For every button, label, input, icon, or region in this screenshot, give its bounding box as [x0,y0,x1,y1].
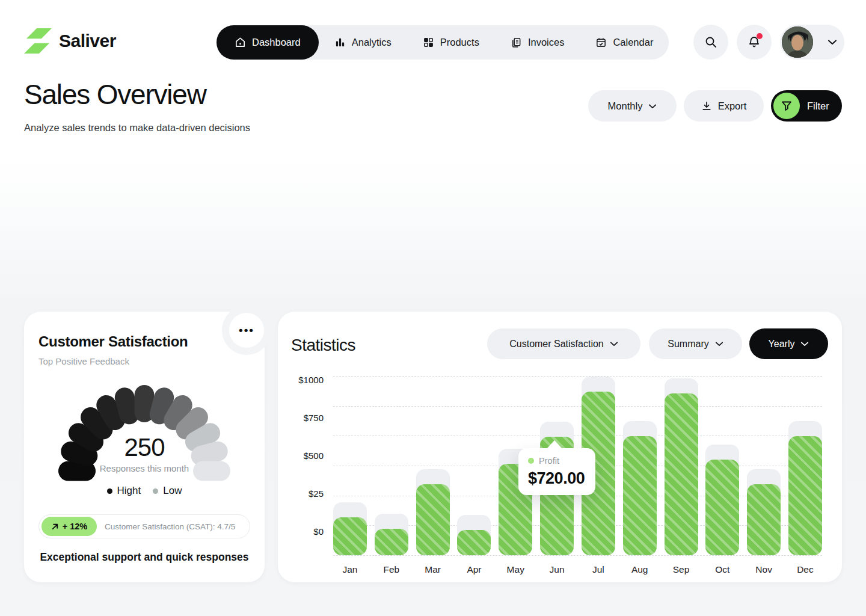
bar-jan[interactable] [333,502,367,555]
brand-name: Saliver [59,31,116,51]
nav-item-invoices[interactable]: Invoices [495,25,580,60]
bar-fill [705,460,739,555]
ellipsis-icon: ••• [239,324,254,337]
invoice-icon [511,37,522,48]
notifications-button[interactable] [737,25,772,60]
bar-chart-plot: Profit$720.00 [333,376,822,555]
bar-fill [333,517,367,555]
user-menu[interactable] [780,25,844,60]
main-nav: Dashboard Analytics Products Invoices [216,25,669,60]
bar-oct[interactable] [705,445,739,555]
grid-icon [423,37,434,48]
nav-item-analytics[interactable]: Analytics [319,25,407,60]
x-tick-label: Jul [582,564,615,575]
chevron-down-icon [715,341,723,346]
bar-fill [375,529,408,555]
csat-summary-pill: + 12% Customer Satisfaction (CSAT): 4.7/… [38,514,250,538]
tooltip-dot-icon [528,458,534,464]
x-axis-labels: JanFebMarAprMayJunJulAugSepOctNovDec [333,564,822,575]
x-tick-label: Oct [705,564,739,575]
x-tick-label: Sep [665,564,698,575]
bar-fill [623,436,657,555]
gauge-caption: Responses this month [24,463,265,473]
csat-text: Customer Satisfaction (CSAT): 4.7/5 [105,522,235,531]
bar-fill [416,484,450,555]
page-subtitle: Analyze sales trends to make data-driven… [24,122,250,134]
nav-item-calendar[interactable]: Calendar [580,25,669,60]
filter-button[interactable]: Filter [771,90,842,122]
legend-item: Low [153,485,182,497]
bar-feb[interactable] [375,514,408,555]
bar-fill [665,393,698,555]
card-menu-button[interactable]: ••• [229,313,264,348]
y-tick-label: $1000 [298,375,324,385]
export-button[interactable]: Export [684,90,764,122]
x-tick-label: Jun [540,564,574,575]
x-tick-label: Apr [457,564,491,575]
avatar [782,26,813,58]
bar-apr[interactable] [457,515,491,555]
x-tick-label: Dec [788,564,822,575]
y-axis-labels: $1000$750$500$25$0 [278,376,324,555]
legend-item: Hight [107,485,141,497]
gridline [333,555,822,556]
arrow-up-right-icon [51,523,59,531]
chevron-down-icon [800,341,809,346]
bar-nov[interactable] [747,469,781,555]
bar-chart-icon [334,37,346,48]
satisfaction-footer-note: Exceptional support and quick responses [24,551,265,564]
nav-item-dashboard[interactable]: Dashboard [216,25,319,60]
legend-dot-icon [153,488,158,494]
chevron-down-icon [648,103,657,109]
bar-fill [747,484,781,555]
gauge-legend: HightLow [24,485,265,497]
x-tick-label: Jan [333,564,367,575]
statistics-title: Statistics [291,336,355,355]
satisfaction-subtitle: Top Positive Feedback [38,356,129,366]
calendar-icon [595,37,607,48]
tooltip-caret [546,440,563,449]
x-tick-label: Feb [375,564,408,575]
x-tick-label: Aug [623,564,657,575]
range-select[interactable]: Yearly [749,328,828,359]
chart-tooltip: Profit$720.00 [518,448,595,495]
bar-fill [788,436,822,555]
x-tick-label: Mar [416,564,450,575]
nav-item-products[interactable]: Products [407,25,495,60]
customer-satisfaction-card: Customer Satisfaction Top Positive Feedb… [24,312,265,582]
chevron-down-icon [828,39,837,45]
tooltip-value: $720.00 [528,469,586,488]
tooltip-label: Profit [539,456,559,466]
chevron-down-icon [610,341,618,346]
x-tick-label: Nov [747,564,781,575]
brand-logo[interactable]: Saliver [24,28,116,54]
download-icon [701,100,712,111]
bar-fill [457,530,491,555]
y-tick-label: $500 [304,451,324,461]
logo-icon [24,28,52,54]
page-title: Sales Overview [24,78,206,111]
bar-aug[interactable] [623,421,657,555]
period-select[interactable]: Monthly [588,90,677,122]
search-button[interactable] [693,25,728,60]
metric-select[interactable]: Customer Satisfaction [487,328,640,359]
legend-dot-icon [107,488,112,494]
y-tick-label: $750 [304,413,324,423]
y-tick-label: $0 [313,526,324,537]
statistics-card: Statistics Customer Satisfaction Summary… [278,312,842,582]
satisfaction-gauge [24,372,265,492]
x-tick-label: May [499,564,532,575]
bar-sep[interactable] [665,378,698,555]
bar-dec[interactable] [788,421,822,555]
gauge-value: 250 [24,433,265,462]
y-tick-label: $25 [309,488,324,499]
filter-icon [773,93,800,119]
bar-mar[interactable] [416,469,450,555]
notification-badge [757,33,763,39]
search-icon [704,35,717,49]
satisfaction-title: Customer Satisfaction [38,333,188,350]
bar-jun[interactable]: Profit$720.00 [540,422,574,555]
home-icon [235,37,246,48]
view-select[interactable]: Summary [649,328,742,359]
delta-badge: + 12% [41,517,97,536]
